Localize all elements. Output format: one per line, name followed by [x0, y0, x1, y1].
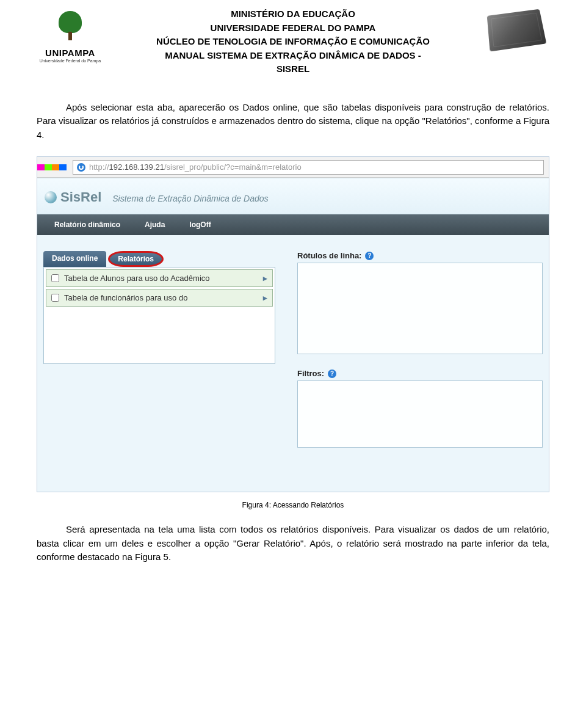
row-labels-dropzone[interactable]	[297, 263, 543, 354]
nav-relatorio-dinamico[interactable]: Relatório dinâmico	[42, 214, 132, 235]
row-labels-text: Rótulos de linha:	[297, 251, 361, 260]
tree-icon	[40, 11, 101, 48]
address-url: http://192.168.139.21/sisrel_pro/public/…	[89, 162, 302, 172]
embedded-screenshot: http://192.168.139.21/sisrel_pro/public/…	[37, 156, 549, 492]
sisrel-logo: SisRel	[45, 189, 101, 205]
row-labels-header: Rótulos de linha: ?	[297, 251, 543, 260]
tab-dados-online[interactable]: Dados online	[43, 251, 106, 267]
window-color-strip	[37, 157, 73, 178]
help-icon[interactable]: ?	[328, 369, 336, 378]
tab-strip: Dados online Relatórios	[43, 251, 275, 267]
header-line-3: NÚCLEO DE TENOLOGIA DE INFORMAÇÃO E COMU…	[104, 35, 482, 49]
chevron-right-icon: ▸	[263, 274, 267, 283]
tab-relatorios[interactable]: Relatórios	[108, 251, 164, 267]
unipampa-logo-text: UNIPAMPA	[37, 48, 104, 58]
app-subtitle: Sistema de Extração Dinâmica de Dados	[112, 194, 268, 203]
address-bar[interactable]: http://192.168.139.21/sisrel_pro/public/…	[73, 160, 544, 175]
paragraph-2: Será apresentada na tela uma lista com t…	[37, 523, 549, 564]
nav-logoff[interactable]: logOff	[177, 214, 223, 235]
list-item-checkbox[interactable]	[51, 274, 59, 282]
ie-icon	[77, 163, 85, 172]
app-body: Dados online Relatórios Tabela de Alunos…	[37, 235, 549, 492]
main-nav: Relatório dinâmico Ajuda logOff	[37, 214, 549, 235]
nav-ajuda[interactable]: Ajuda	[132, 214, 177, 235]
chevron-right-icon: ▸	[263, 293, 267, 302]
document-header: UNIPAMPA Universidade Federal do Pampa M…	[37, 5, 549, 76]
header-line-4: MANUAL SISTEMA DE EXTRAÇÃO DINÂMICA DE D…	[104, 49, 482, 63]
unipampa-logo: UNIPAMPA Universidade Federal do Pampa	[37, 5, 104, 63]
right-panel: Rótulos de linha: ? Filtros: ?	[297, 251, 543, 486]
list-empty-space	[44, 308, 275, 363]
list-item-label: Tabela de Alunos para uso do Acadêmico	[64, 274, 210, 283]
list-item[interactable]: Tabela de funcionários para uso do ▸	[46, 289, 273, 307]
list-item-checkbox[interactable]	[51, 294, 59, 302]
header-line-5: SISREL	[104, 62, 482, 76]
paragraph-1: Após selecionar esta aba, aparecerão os …	[37, 101, 549, 142]
tables-list: Tabela de Alunos para uso do Acadêmico ▸…	[43, 267, 275, 364]
list-item[interactable]: Tabela de Alunos para uso do Acadêmico ▸	[46, 269, 273, 287]
list-item-label: Tabela de funcionários para uso do	[64, 293, 187, 302]
figure-caption: Figura 4: Acessando Relatórios	[37, 501, 549, 509]
filters-header: Filtros: ?	[297, 369, 543, 378]
header-title-block: MINISTÉRIO DA EDUCAÇÃO UNIVERSIDADE FEDE…	[104, 5, 482, 76]
chip-icon	[487, 9, 547, 52]
unipampa-logo-subtitle: Universidade Federal do Pampa	[37, 59, 104, 63]
header-line-1: MINISTÉRIO DA EDUCAÇÃO	[104, 7, 482, 21]
orb-icon	[45, 191, 57, 203]
filters-dropzone[interactable]	[297, 380, 543, 448]
filters-text: Filtros:	[297, 369, 324, 378]
header-line-2: UNIVERSIDADE FEDERAL DO PAMPA	[104, 21, 482, 35]
left-panel: Dados online Relatórios Tabela de Alunos…	[43, 251, 275, 486]
app-name: SisRel	[60, 189, 101, 205]
help-icon[interactable]: ?	[365, 252, 374, 260]
ntic-logo	[482, 5, 549, 48]
app-header: SisRel Sistema de Extração Dinâmica de D…	[37, 178, 549, 214]
browser-toolbar: http://192.168.139.21/sisrel_pro/public/…	[37, 157, 549, 178]
